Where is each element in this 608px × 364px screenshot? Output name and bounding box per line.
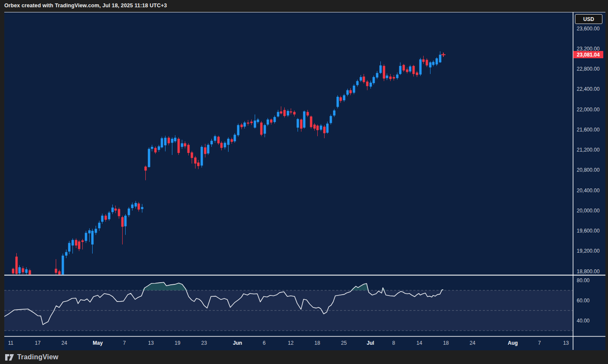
price-pane[interactable]: [12, 51, 445, 307]
candle-body: [337, 97, 339, 107]
candle-body: [178, 139, 180, 153]
candle-body: [323, 127, 326, 133]
candlestick-chart[interactable]: [0, 0, 608, 364]
time-tick-label: May: [93, 340, 102, 346]
candle-body: [247, 122, 250, 123]
time-tick-label: 6: [263, 340, 266, 346]
candle-body: [419, 60, 422, 75]
candle-body: [303, 111, 306, 128]
price-tick-label: 19,200.00: [577, 248, 599, 254]
price-tick-label: 18,800.00: [577, 269, 599, 274]
candle-body: [330, 116, 332, 123]
rsi-tick-label: 40.00: [577, 318, 590, 324]
candle-body: [78, 242, 81, 249]
price-tick-label: 21,600.00: [577, 127, 599, 133]
candle-body: [363, 77, 365, 82]
candle-body: [62, 256, 64, 275]
price-tick-label: 23,600.00: [577, 26, 599, 32]
candle-body: [81, 240, 84, 242]
candle-body: [326, 124, 329, 133]
candle-body: [15, 257, 18, 274]
candle-body: [313, 125, 316, 128]
candle-body: [267, 119, 269, 125]
candle-body: [237, 125, 240, 135]
candle-body: [257, 119, 259, 122]
candle-body: [211, 141, 213, 144]
candle-body: [72, 240, 74, 245]
price-tick-label: 21,200.00: [577, 147, 599, 153]
candle-body: [280, 111, 283, 113]
candle-body: [108, 213, 110, 219]
candle-body: [95, 229, 97, 233]
candle-body: [227, 139, 230, 145]
candle-body: [201, 147, 203, 166]
candle-body: [274, 117, 276, 122]
candle-body: [422, 60, 425, 62]
candle-body: [231, 139, 233, 142]
candle-body: [214, 136, 217, 141]
time-tick-label: 12: [288, 340, 293, 346]
candle-body: [297, 119, 299, 128]
candle-body: [320, 125, 322, 130]
candle-body: [91, 231, 94, 245]
candle-body: [98, 223, 101, 228]
candle-body: [138, 203, 140, 209]
candle-body: [88, 230, 91, 233]
last-price-badge: 23,081.04: [573, 51, 603, 58]
candle-body: [283, 110, 286, 116]
candle-body: [65, 252, 68, 256]
price-tick-label: 20,000.00: [577, 208, 599, 214]
candle-body: [376, 73, 379, 78]
candle-body: [194, 158, 197, 164]
price-tick-label: 22,800.00: [577, 66, 599, 72]
candle-body: [12, 269, 15, 274]
rsi-pane[interactable]: [4, 282, 573, 331]
candle-body: [346, 90, 349, 95]
candle-body: [412, 66, 415, 74]
candle-body: [254, 121, 256, 128]
bottom-bar: TradingView: [0, 350, 608, 364]
candle-body: [148, 149, 150, 167]
time-tick-label: 24: [61, 340, 67, 346]
candle-body: [403, 65, 405, 71]
time-tick-label: 25: [341, 340, 346, 346]
time-tick-label: 14: [416, 340, 422, 346]
candle-body: [114, 209, 117, 211]
rsi-tick-label: 80.00: [577, 277, 590, 283]
candle-body: [429, 63, 432, 68]
currency-button[interactable]: USD: [575, 14, 602, 24]
candle-body: [386, 75, 388, 78]
time-tick-label: 13: [563, 340, 569, 346]
candle-body: [396, 75, 399, 78]
time-tick-label: Jun: [233, 340, 242, 346]
candle-body: [171, 139, 174, 143]
candle-body: [111, 208, 114, 212]
candle-body: [168, 138, 170, 143]
candle-body: [55, 269, 57, 273]
candle-body: [373, 77, 375, 83]
price-tick-label: 19,600.00: [577, 228, 599, 234]
candle-body: [144, 167, 147, 170]
candle-body: [154, 148, 157, 152]
candle-body: [366, 82, 369, 87]
tradingview-logo-icon: [5, 354, 14, 361]
candle-body: [393, 77, 395, 79]
candle-body: [184, 143, 187, 146]
time-tick-label: 24: [470, 340, 475, 346]
candle-body: [333, 110, 336, 116]
time-tick-label: 8: [392, 340, 395, 346]
candle-body: [128, 209, 130, 215]
candle-body: [300, 119, 303, 128]
candle-body: [432, 62, 435, 65]
candle-body: [124, 216, 127, 227]
tradingview-logo[interactable]: TradingView: [5, 353, 58, 361]
candle-body: [158, 146, 160, 150]
candle-body: [356, 81, 359, 85]
candle-body: [436, 58, 438, 64]
candle-body: [287, 111, 289, 116]
candle-body: [310, 116, 313, 127]
candle-body: [370, 83, 372, 87]
candle-body: [25, 269, 28, 273]
candle-body: [197, 163, 200, 166]
candle-body: [340, 97, 342, 101]
